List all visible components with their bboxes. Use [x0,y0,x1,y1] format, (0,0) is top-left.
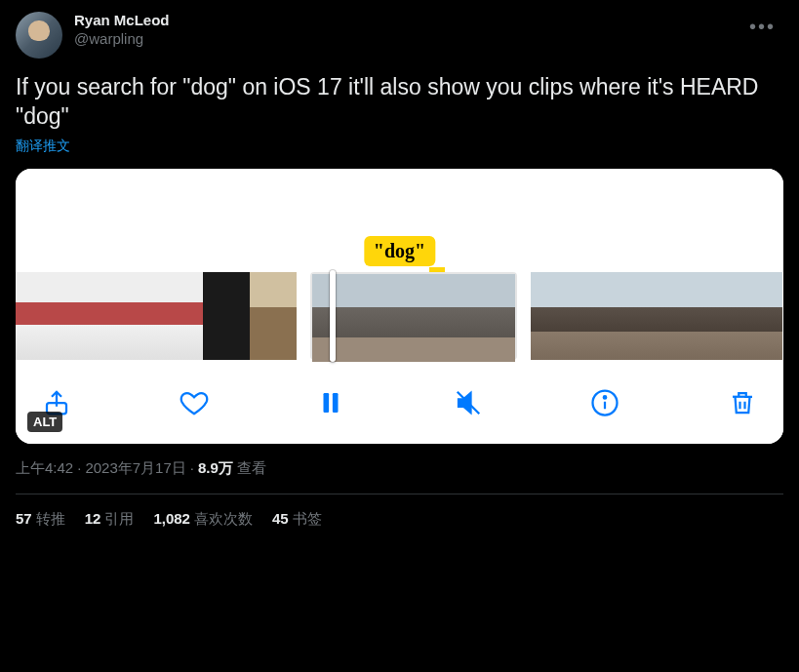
svg-point-6 [604,396,607,399]
pause-button[interactable] [313,385,348,420]
meta-line: 上午4:42·2023年7月17日·8.9万 查看 [16,459,783,478]
tweet-date[interactable]: 2023年7月17日 [85,459,185,476]
tweet-time[interactable]: 上午4:42 [16,459,73,476]
info-icon [590,388,619,417]
media-card[interactable]: "dog" [16,169,783,444]
video-thumb [250,272,297,360]
video-thumb [531,272,573,360]
quotes-count: 12 [85,510,101,527]
clip-group[interactable] [531,272,782,360]
video-timeline[interactable] [16,272,783,368]
playhead[interactable] [330,270,336,362]
bookmarks-stat[interactable]: 45书签 [272,510,322,529]
video-thumb [615,272,657,360]
video-thumb [699,272,740,360]
display-name: Ryan McLeod [74,12,730,28]
video-thumb [740,272,782,360]
translate-link[interactable]: 翻译推文 [16,138,70,155]
alt-badge[interactable]: ALT [27,412,62,432]
retweets-count: 57 [16,510,32,527]
video-thumb [109,272,156,360]
tweet-text: If you search for "dog" on iOS 17 it'll … [16,72,783,131]
avatar[interactable] [16,12,62,59]
tweet-header: Ryan McLeod @warpling ••• [16,12,783,59]
video-thumb [657,272,699,360]
quotes-label: 引用 [104,510,134,527]
video-thumb [464,274,515,362]
likes-count: 1,082 [153,510,190,527]
media-toolbar [16,368,783,444]
trash-icon [728,388,757,417]
video-thumb [312,274,363,362]
retweets-stat[interactable]: 57转推 [16,510,65,529]
video-thumb [363,274,414,362]
mute-icon [454,388,483,417]
retweets-label: 转推 [36,510,65,527]
video-thumb [203,272,250,360]
more-icon: ••• [749,16,776,37]
clip-group-active[interactable] [310,272,517,360]
media-top-area: "dog" [16,169,783,272]
more-button[interactable]: ••• [741,12,783,42]
svg-rect-1 [324,393,330,413]
video-thumb [16,272,62,360]
info-button[interactable] [587,385,622,420]
likes-stat[interactable]: 1,082喜欢次数 [153,510,253,529]
views-label: 查看 [237,459,266,476]
search-term-badge: "dog" [364,236,435,266]
tweet: Ryan McLeod @warpling ••• If you search … [0,0,799,540]
bookmarks-label: 书签 [293,510,322,527]
author-names[interactable]: Ryan McLeod @warpling [74,12,730,47]
delete-button[interactable] [725,385,760,420]
mute-button[interactable] [451,385,486,420]
svg-rect-2 [333,393,339,413]
quotes-stat[interactable]: 12引用 [85,510,135,529]
video-thumb [414,274,464,362]
clip-group[interactable] [16,272,297,360]
like-button[interactable] [177,385,212,420]
bookmarks-count: 45 [272,510,289,527]
heart-icon [180,388,209,417]
handle: @warpling [74,30,730,47]
stats-row: 57转推 12引用 1,082喜欢次数 45书签 [16,510,783,529]
video-thumb [156,272,203,360]
views-count: 8.9万 [198,459,233,476]
video-thumb [62,272,109,360]
likes-label: 喜欢次数 [194,510,253,527]
video-thumb [573,272,615,360]
pause-icon [316,388,345,417]
divider [16,494,783,494]
